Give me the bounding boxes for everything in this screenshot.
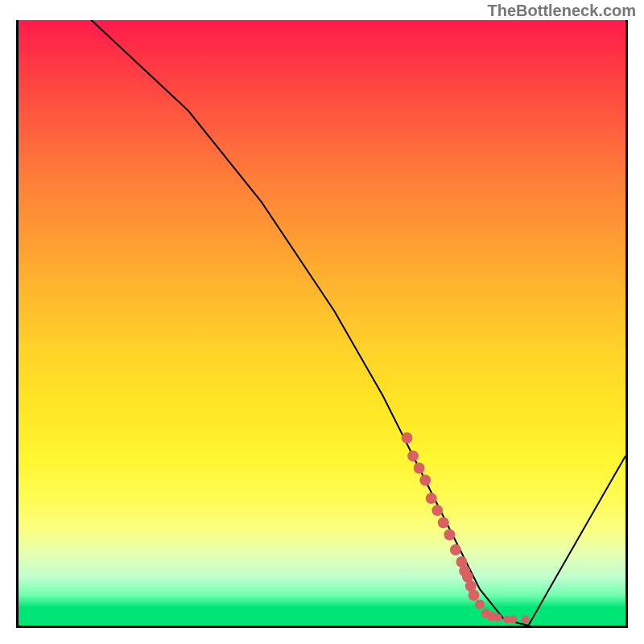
chart-container: TheBottleneck.com — [0, 0, 644, 644]
plot-frame — [16, 20, 628, 628]
watermark-text: TheBottleneck.com — [488, 2, 636, 20]
gradient-background — [19, 20, 625, 625]
